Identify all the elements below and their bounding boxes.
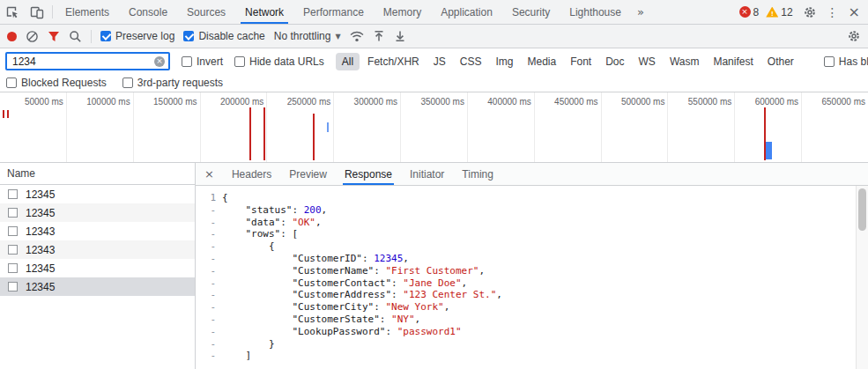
- code-line: - "CustomerState": "NY",: [196, 314, 868, 326]
- table-row[interactable]: 12343: [0, 222, 195, 240]
- record-button[interactable]: [7, 32, 17, 41]
- main-tabbar: ElementsConsoleSourcesNetworkPerformance…: [0, 0, 868, 25]
- settings-button[interactable]: [803, 5, 817, 19]
- tab-sources[interactable]: Sources: [177, 0, 235, 24]
- export-har-button[interactable]: [394, 30, 406, 42]
- disable-cache-checkbox-group[interactable]: Disable cache: [183, 30, 264, 42]
- request-name: 12345: [26, 207, 55, 219]
- table-row[interactable]: 12345: [0, 185, 195, 203]
- invert-checkbox-group[interactable]: Invert: [182, 55, 223, 68]
- row-checkbox[interactable]: [8, 208, 18, 218]
- tab-response[interactable]: Response: [336, 163, 401, 185]
- code-line: - {: [196, 240, 868, 253]
- line-gutter: -: [196, 277, 222, 290]
- blocked-requests-checkbox-group[interactable]: Blocked Requests: [6, 77, 107, 89]
- timeline-overview-pane[interactable]: 50000 ms100000 ms150000 ms200000 ms25000…: [0, 92, 868, 163]
- third-party-checkbox[interactable]: [122, 77, 133, 88]
- tab-security[interactable]: Security: [502, 0, 560, 24]
- code-text: "CustomerState": "NY",: [222, 314, 420, 326]
- tab-network[interactable]: Network: [235, 0, 293, 24]
- blocked-cookies-checkbox-group[interactable]: Has blocked cookies: [824, 55, 868, 68]
- invert-checkbox[interactable]: [182, 56, 192, 67]
- row-checkbox[interactable]: [8, 245, 18, 255]
- gear-icon: [803, 5, 817, 19]
- request-rows: 123451234512343123431234512345: [0, 185, 195, 369]
- third-party-checkbox-group[interactable]: 3rd-party requests: [122, 77, 223, 89]
- timeline-tick-label: 300000 ms: [354, 97, 397, 107]
- table-row[interactable]: 12343: [0, 240, 195, 259]
- search-button[interactable]: [69, 30, 82, 43]
- tab-initiator[interactable]: Initiator: [401, 163, 453, 185]
- filter-type-img[interactable]: Img: [489, 53, 519, 70]
- network-settings-button[interactable]: [847, 29, 861, 43]
- console-status-badge[interactable]: × 8 ! 12: [739, 6, 793, 18]
- timeline-column: 150000 ms: [134, 92, 201, 162]
- filter-type-other[interactable]: Other: [761, 53, 800, 70]
- close-devtools-button[interactable]: ×: [849, 4, 860, 20]
- row-checkbox[interactable]: [8, 282, 18, 292]
- table-row[interactable]: 12345: [0, 277, 195, 296]
- filter-type-media[interactable]: Media: [521, 53, 562, 70]
- filter-type-js[interactable]: JS: [427, 53, 452, 70]
- device-toolbar-button[interactable]: [25, 0, 49, 24]
- details-tabbar-wrap: × HeadersPreviewResponseInitiatorTiming: [196, 163, 868, 186]
- vertical-scrollbar[interactable]: [856, 186, 868, 369]
- hide-data-urls-checkbox[interactable]: [234, 56, 245, 67]
- warning-count: 12: [781, 6, 792, 18]
- blocked-cookies-checkbox[interactable]: [824, 56, 835, 67]
- scrollbar-thumb[interactable]: [858, 188, 866, 231]
- filter-type-all[interactable]: All: [336, 53, 360, 70]
- filter-type-ws[interactable]: WS: [633, 53, 662, 70]
- preserve-log-checkbox[interactable]: [100, 31, 111, 41]
- preserve-log-checkbox-group[interactable]: Preserve log: [100, 30, 174, 42]
- name-column-header[interactable]: Name: [0, 163, 195, 185]
- table-row[interactable]: 12345: [0, 259, 195, 277]
- tab-lighthouse[interactable]: Lighthouse: [560, 0, 631, 24]
- close-details-button[interactable]: ×: [196, 163, 223, 185]
- disable-cache-checkbox[interactable]: [183, 31, 194, 41]
- tab-timing[interactable]: Timing: [453, 163, 502, 185]
- code-text: "data": "OK",: [222, 217, 322, 229]
- tab-elements[interactable]: Elements: [56, 0, 119, 24]
- network-conditions-button[interactable]: [350, 31, 364, 42]
- tab-memory[interactable]: Memory: [374, 0, 431, 24]
- timeline-tick-label: 550000 ms: [688, 97, 731, 107]
- filter-type-wasm[interactable]: Wasm: [664, 53, 706, 70]
- row-checkbox[interactable]: [8, 189, 18, 199]
- code-line: - "CustomerID": 12345,: [196, 253, 868, 265]
- import-har-button[interactable]: [373, 30, 385, 42]
- clear-filter-icon[interactable]: ×: [154, 56, 165, 67]
- network-main-split: Name 123451234512343123431234512345 × He…: [0, 163, 868, 369]
- filter-input[interactable]: [11, 55, 151, 69]
- tab-console[interactable]: Console: [119, 0, 177, 24]
- filter-toggle-button[interactable]: [48, 31, 60, 42]
- blocked-requests-checkbox[interactable]: [6, 77, 17, 88]
- hide-data-urls-checkbox-group[interactable]: Hide data URLs: [234, 55, 324, 68]
- filter-type-fetch-xhr[interactable]: Fetch/XHR: [361, 53, 426, 70]
- more-tabs-button[interactable]: »: [631, 0, 650, 24]
- code-line: - "CustomerAddress": "123 Center St.",: [196, 289, 868, 301]
- filter-type-manifest[interactable]: Manifest: [707, 53, 759, 70]
- filter-type-font[interactable]: Font: [564, 53, 597, 70]
- more-options-button[interactable]: ⋮: [827, 5, 839, 19]
- tab-application[interactable]: Application: [431, 0, 502, 24]
- row-checkbox[interactable]: [8, 263, 18, 273]
- response-viewer[interactable]: 1{- "status": 200,- "data": "OK",- "rows…: [196, 186, 868, 369]
- request-list-panel: Name 123451234512343123431234512345: [0, 163, 196, 369]
- line-gutter: -: [196, 301, 222, 314]
- error-icon: ×: [739, 6, 751, 18]
- filter-type-doc[interactable]: Doc: [599, 53, 630, 70]
- tab-performance[interactable]: Performance: [293, 0, 374, 24]
- tab-headers[interactable]: Headers: [223, 163, 280, 185]
- code-line: - }: [196, 338, 868, 351]
- clear-button[interactable]: [26, 30, 39, 43]
- inspect-element-button[interactable]: [0, 0, 25, 24]
- throttling-dropdown[interactable]: No throttling ▼: [274, 30, 341, 42]
- table-row[interactable]: 12345: [0, 203, 195, 222]
- code-line: - ]: [196, 350, 868, 362]
- line-gutter: -: [196, 289, 222, 301]
- tab-preview[interactable]: Preview: [280, 163, 336, 185]
- code-line: - "data": "OK",: [196, 217, 868, 229]
- filter-type-css[interactable]: CSS: [454, 53, 488, 70]
- row-checkbox[interactable]: [8, 226, 18, 236]
